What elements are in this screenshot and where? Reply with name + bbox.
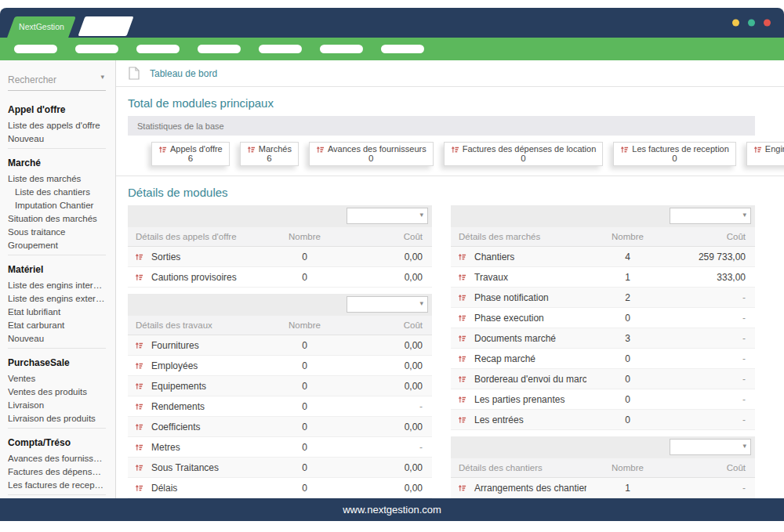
row-label: Coefficients (128, 422, 263, 432)
row-nombre: 0 (263, 462, 346, 473)
nav-pill-2[interactable] (75, 45, 118, 53)
table-row[interactable]: Arrangements des chantiers1- (451, 478, 755, 498)
table-header-cout: Coût (346, 232, 432, 241)
sidebar-item[interactable]: Livraison (8, 399, 106, 412)
sidebar-item[interactable]: Etat lubrifiant (8, 306, 106, 319)
sidebar-item[interactable]: Les factures de reception (8, 479, 106, 492)
table-row[interactable]: Chantiers4259 733,00 (451, 247, 755, 267)
table-row[interactable]: Coefficients00,00 (128, 417, 432, 437)
table-row[interactable]: Les parties prenantes0- (451, 389, 755, 410)
row-label-text: Recap marché (474, 353, 535, 364)
sidebar-item[interactable]: Liste des engins internes (8, 279, 106, 292)
brand-logo: NextGestion (11, 16, 72, 38)
row-nombre: 3 (586, 333, 669, 344)
app-body: Rechercher ▾ Appel d'offreListe des appe… (0, 60, 784, 498)
sidebar-item[interactable]: Ventes (8, 372, 106, 385)
breadcrumb-link[interactable]: Tableau de bord (150, 68, 217, 79)
sidebar-item[interactable]: Liste des marchés (8, 172, 106, 186)
table-row[interactable]: Sorties00,00 (128, 247, 432, 267)
table-filter-select[interactable]: ▾ (347, 296, 428, 313)
row-label: Phase execution (451, 313, 586, 324)
row-cout: - (669, 483, 755, 494)
table-row[interactable]: Rendements0- (128, 396, 432, 417)
table-filter-select[interactable]: ▾ (670, 439, 751, 455)
sidebar-section-title: Matériel (8, 264, 106, 275)
data-table: ▾Détails des chantiersNombreCoûtArrangem… (451, 436, 755, 498)
stat-card[interactable]: Avances des fournisseurs0 (309, 142, 434, 166)
sidebar-section-title: Appel d'offre (8, 104, 106, 115)
row-nombre: 0 (586, 353, 669, 364)
stat-card[interactable]: Factures des dépenses de location0 (444, 142, 604, 166)
window-dot-2[interactable] (748, 20, 755, 27)
stats-icon (135, 361, 143, 370)
sidebar-item[interactable]: Situation des marchés (8, 212, 106, 226)
table-row[interactable]: Recap marché0- (451, 349, 755, 369)
brand-tab[interactable]: NextGestion (7, 16, 76, 38)
search-placeholder: Rechercher (8, 74, 56, 85)
nav-pill-5[interactable] (259, 45, 302, 53)
table-row[interactable]: Employées00,00 (128, 356, 432, 376)
title-bar: NextGestion (0, 8, 784, 38)
stat-card[interactable]: Marchés6 (240, 142, 299, 166)
sidebar-item[interactable]: Etat carburant (8, 319, 106, 332)
stat-card[interactable]: Appels d'offre6 (151, 142, 230, 166)
data-table: ▾Détails des travauxNombreCoûtFourniture… (128, 294, 432, 498)
footer-url[interactable]: www.nextgestion.com (343, 504, 441, 516)
row-cout: - (669, 414, 755, 425)
stat-card-value: 0 (451, 154, 597, 163)
table-row[interactable]: Délais00,00 (128, 478, 432, 498)
stat-card-header: Engins internes (753, 144, 784, 154)
window-dot-1[interactable] (732, 20, 739, 27)
nav-pill-4[interactable] (198, 45, 241, 53)
nav-pill-1[interactable] (14, 45, 57, 53)
sidebar-item[interactable]: Nouveau (8, 332, 106, 346)
active-tab[interactable] (78, 16, 133, 36)
table-row[interactable]: Les entrées0- (451, 410, 755, 430)
nav-pill-3[interactable] (136, 45, 180, 53)
sidebar-item[interactable]: Factures des dépenses d... (8, 465, 106, 479)
table-row[interactable]: Metres0- (128, 437, 432, 458)
sidebar-item[interactable]: Nouveau (8, 132, 106, 146)
table-header-nombre: Nombre (586, 463, 669, 472)
table-row[interactable]: Sous Traitances00,00 (128, 458, 432, 478)
table-row[interactable]: Fournitures00,00 (128, 335, 432, 356)
table-filter-select[interactable]: ▾ (347, 208, 428, 224)
data-table: ▾Détails des marchésNombreCoûtChantiers4… (451, 205, 755, 430)
stats-icon (135, 382, 143, 390)
sidebar-item[interactable]: Groupement (8, 239, 106, 252)
chevron-down-icon: ▾ (100, 73, 104, 81)
table-row[interactable]: Documents marché3- (451, 328, 755, 349)
stats-icon (451, 145, 459, 154)
table-row[interactable]: Equipements00,00 (128, 376, 432, 396)
sidebar-item[interactable]: Imputation Chantier (8, 199, 106, 212)
table-row[interactable]: Phase execution0- (451, 308, 755, 328)
nav-pill-6[interactable] (320, 45, 363, 53)
section-title-details: Détails de modules (128, 186, 755, 199)
sidebar-sections: Appel d'offreListe des appels d'offreNou… (8, 96, 115, 498)
sidebar-item[interactable]: Sous traitance (8, 226, 106, 239)
stat-card[interactable]: Engins internes2 (746, 142, 784, 166)
table-row[interactable]: Bordereau d'envoi du marché0- (451, 369, 755, 389)
main-content: Tableau de bord Total de modules princip… (116, 60, 784, 498)
search-combobox[interactable]: Rechercher ▾ (8, 70, 106, 91)
table-row[interactable]: Phase notification2- (451, 288, 755, 308)
page-icon (129, 67, 140, 80)
window-dot-3[interactable] (764, 20, 771, 27)
sidebar-item[interactable]: Liste des engins externes (8, 292, 106, 306)
sidebar-item[interactable]: Livraison des produits (8, 412, 106, 425)
table-row[interactable]: Cautions provisoires00,00 (128, 267, 432, 288)
sidebar-item[interactable]: Liste des chantiers (8, 186, 106, 199)
row-label-text: Metres (151, 442, 180, 453)
row-cout: - (669, 353, 755, 364)
sidebar-item[interactable]: Liste des appels d'offre (8, 119, 106, 132)
sidebar-item[interactable]: Ventes des produits (8, 385, 106, 399)
nav-pill-7[interactable] (381, 45, 424, 53)
nav-pills (14, 45, 424, 53)
table-filter-select[interactable]: ▾ (670, 208, 751, 224)
stats-icon (135, 483, 143, 492)
table-row[interactable]: Travaux1333,00 (451, 267, 755, 288)
row-label: Travaux (451, 272, 586, 283)
stats-icon (458, 293, 466, 302)
stat-card[interactable]: Les factures de reception0 (613, 142, 736, 166)
sidebar-item[interactable]: Avances des fournisseurs (8, 452, 106, 465)
